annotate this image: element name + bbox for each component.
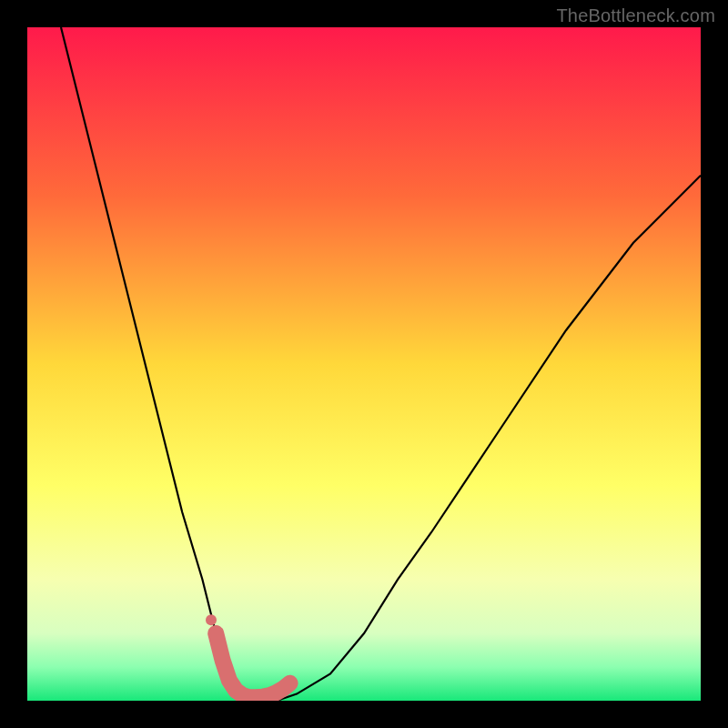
- background-gradient: [27, 27, 701, 701]
- chart-frame: TheBottleneck.com: [0, 0, 728, 728]
- plot-area: [27, 27, 701, 701]
- attribution-text: TheBottleneck.com: [556, 5, 715, 26]
- svg-rect-0: [27, 27, 701, 701]
